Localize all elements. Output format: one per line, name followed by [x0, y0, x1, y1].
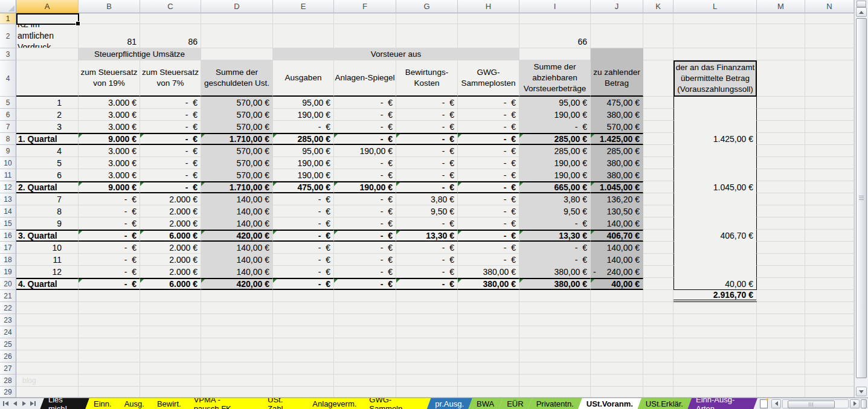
previous-sheet-button[interactable] — [10, 399, 19, 409]
row-header-4[interactable]: 4 — [0, 60, 16, 97]
cell-F29[interactable] — [334, 387, 396, 398]
cell-A14[interactable]: 8 — [16, 205, 79, 217]
cell-C9[interactable]: - € — [140, 145, 201, 157]
cell-H6[interactable]: - € — [458, 109, 519, 121]
cell-M26[interactable] — [757, 350, 805, 362]
cell-C29[interactable] — [140, 387, 201, 398]
cell-B21[interactable] — [79, 290, 140, 302]
cell-L11[interactable] — [674, 169, 757, 181]
column-header-H[interactable]: H — [458, 0, 519, 13]
sheet-tab-einn-[interactable]: Einn. — [85, 398, 120, 409]
cell-H17[interactable]: - € — [458, 242, 519, 254]
cell-A12[interactable]: 2. Quartal — [16, 181, 79, 193]
cell-B7[interactable]: 3.000 € — [79, 121, 140, 133]
cell-N27[interactable] — [805, 362, 854, 375]
cell-L8[interactable]: 1.425,00 € — [674, 133, 757, 145]
cell-J21[interactable] — [591, 290, 643, 302]
cell-A6[interactable]: 2 — [16, 109, 79, 121]
cell-K16[interactable] — [643, 230, 674, 242]
cell-F11[interactable]: - € — [334, 169, 396, 181]
cell-F19[interactable]: - € — [334, 266, 396, 278]
cell-L1[interactable] — [674, 13, 757, 24]
cell-J4[interactable]: zu zahlender Betrag — [591, 60, 643, 97]
cell-D14[interactable]: 140,00 € — [201, 205, 273, 217]
cell-E14[interactable]: - € — [273, 205, 334, 217]
cell-C24[interactable] — [140, 326, 201, 338]
cell-N19[interactable] — [805, 266, 854, 278]
cell-B1[interactable] — [79, 13, 140, 24]
cell-N13[interactable] — [805, 193, 854, 205]
cell-B4[interactable]: zum Steuersatz von 19% — [79, 60, 140, 97]
cell-N15[interactable] — [805, 217, 854, 230]
cell-G8[interactable]: - € — [396, 133, 458, 145]
cell-C1[interactable] — [140, 13, 201, 24]
cell-M24[interactable] — [757, 326, 805, 338]
cell-J18[interactable]: 140,00 € — [591, 254, 643, 266]
cell-L15[interactable] — [674, 217, 757, 230]
cell-I23[interactable] — [519, 314, 591, 326]
cell-J19[interactable]: -240,00 € — [591, 266, 643, 278]
cell-L3[interactable] — [674, 48, 757, 60]
cell-H19[interactable]: 380,00 € — [458, 266, 519, 278]
cell-K29[interactable] — [643, 387, 674, 398]
cell-K28[interactable] — [643, 375, 674, 387]
cell-L16[interactable]: 406,70 € — [674, 230, 757, 242]
cell-G23[interactable] — [396, 314, 458, 326]
cell-G13[interactable]: 3,80 € — [396, 193, 458, 205]
cell-B29[interactable] — [79, 387, 140, 398]
cell-G27[interactable] — [396, 362, 458, 375]
cell-A4[interactable] — [16, 60, 79, 97]
cell-E11[interactable]: 190,00 € — [273, 169, 334, 181]
cell-J20[interactable]: 40,00 € — [591, 278, 643, 290]
cell-M3[interactable] — [757, 48, 805, 60]
cell-F15[interactable]: - € — [334, 217, 396, 230]
cell-L27[interactable] — [674, 362, 757, 375]
cell-N28[interactable] — [805, 375, 854, 387]
row-header-14[interactable]: 14 — [0, 205, 16, 217]
cell-M22[interactable] — [757, 302, 805, 314]
cell-K13[interactable] — [643, 193, 674, 205]
row-header-23[interactable]: 23 — [0, 314, 16, 326]
cell-C5[interactable]: - € — [140, 97, 201, 109]
cell-D12[interactable]: 1.710,00 € — [201, 181, 273, 193]
cell-B6[interactable]: 3.000 € — [79, 109, 140, 121]
cell-D6[interactable]: 570,00 € — [201, 109, 273, 121]
cell-I3[interactable] — [519, 48, 591, 60]
cell-F1[interactable] — [334, 13, 396, 24]
cell-H12[interactable]: - € — [458, 181, 519, 193]
cell-C15[interactable]: 2.000 € — [140, 217, 201, 230]
cell-A26[interactable] — [16, 350, 79, 362]
column-header-C[interactable]: C — [140, 0, 201, 13]
cell-G4[interactable]: Bewirtungs-Kosten — [396, 60, 458, 97]
cell-K1[interactable] — [643, 13, 674, 24]
cell-K10[interactable] — [643, 157, 674, 169]
cell-M7[interactable] — [757, 121, 805, 133]
cell-J15[interactable]: 140,00 € — [591, 217, 643, 230]
cell-D21[interactable] — [201, 290, 273, 302]
cell-K26[interactable] — [643, 350, 674, 362]
cell-K8[interactable] — [643, 133, 674, 145]
row-header-21[interactable]: 21 — [0, 290, 16, 302]
cell-E2[interactable] — [273, 24, 334, 48]
row-header-27[interactable]: 27 — [0, 362, 16, 375]
cell-H20[interactable]: 380,00 € — [458, 278, 519, 290]
cell-M16[interactable] — [757, 230, 805, 242]
column-header-B[interactable]: B — [79, 0, 140, 13]
cell-C6[interactable]: - € — [140, 109, 201, 121]
cell-J17[interactable]: 140,00 € — [591, 242, 643, 254]
cell-E1[interactable] — [273, 13, 334, 24]
cell-A20[interactable]: 4. Quartal — [16, 278, 79, 290]
cell-I4[interactable]: Summe der abziehbaren Vorsteuerbeträge — [519, 60, 591, 97]
cell-E7[interactable]: - € — [273, 121, 334, 133]
cell-G24[interactable] — [396, 326, 458, 338]
cell-H9[interactable]: - € — [458, 145, 519, 157]
cell-J8[interactable]: 1.425,00 € — [591, 133, 643, 145]
cell-D29[interactable] — [201, 387, 273, 398]
cell-L6[interactable] — [674, 109, 757, 121]
cell-N2[interactable] — [805, 24, 854, 48]
cell-C14[interactable]: 2.000 € — [140, 205, 201, 217]
cell-G26[interactable] — [396, 350, 458, 362]
cell-K12[interactable] — [643, 181, 674, 193]
cell-B9[interactable]: 3.000 € — [79, 145, 140, 157]
cell-C11[interactable]: - € — [140, 169, 201, 181]
